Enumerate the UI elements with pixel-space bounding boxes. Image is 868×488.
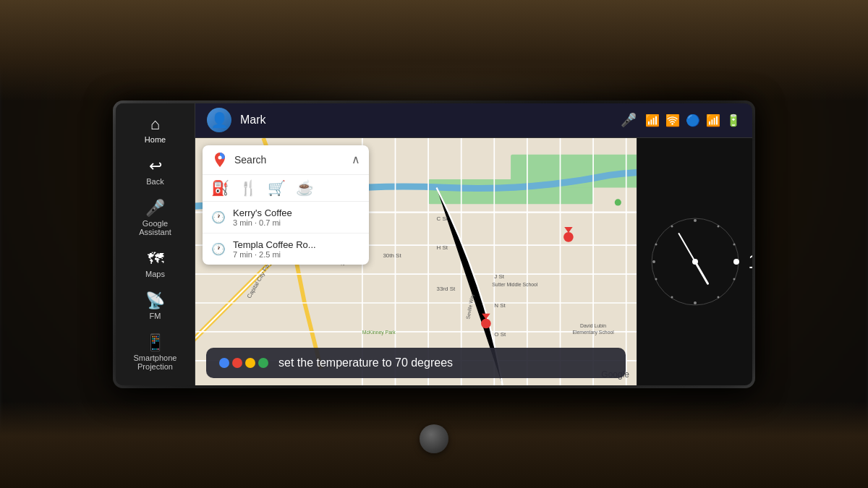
maps-icon: 🗺 [148, 251, 163, 267]
sidebar-item-assistant[interactable]: 🎤 GoogleAssistant [116, 193, 195, 244]
dot-blue [219, 358, 229, 368]
restaurant-category[interactable]: 🍴 [239, 179, 258, 197]
right-panel: 17 [637, 138, 752, 385]
svg-point-52 [717, 296, 719, 298]
search-text: Search [234, 154, 346, 166]
search-bar[interactable]: Search ∧ [203, 145, 369, 175]
signal-icon: 📶 [645, 114, 660, 127]
assistant-dots [219, 358, 268, 368]
svg-point-45 [218, 155, 222, 159]
result-name-1: Kerry's Coffee [233, 207, 360, 218]
svg-point-21 [563, 231, 574, 241]
volume-knob[interactable] [420, 424, 448, 453]
svg-text:H St: H St [437, 244, 448, 250]
sidebar-item-home[interactable]: ⌂ Home [116, 109, 195, 151]
map-clock-row: Capital City Fwy 30th St 33rd St Seville… [195, 138, 752, 385]
google-maps-icon [211, 151, 229, 168]
svg-point-55 [655, 278, 657, 280]
battery-icon: 🔋 [726, 114, 741, 127]
result-clock-icon-2: 🕐 [211, 242, 226, 256]
sidebar-label-projection: SmartphoneProjection [134, 354, 177, 371]
mic-icon: 🎤 [621, 112, 637, 128]
clock-number: 17 [748, 250, 752, 273]
home-icon: ⌂ [150, 116, 160, 132]
search-overlay: Search ∧ ⛽ 🍴 🛒 ☕ 🕐 [203, 145, 369, 265]
svg-point-56 [652, 260, 655, 263]
result-info-1: Kerry's Coffee 3 min · 0.7 mi [233, 207, 360, 227]
display-unit: ⌂ Home ↩ Back 🎤 GoogleAssistant 🗺 Maps 📡… [116, 103, 752, 385]
wifi-icon: 🛜 [665, 114, 680, 127]
header-icons: 🎤 📶 🛜 🔵 📶 🔋 [618, 109, 741, 131]
gas-station-category[interactable]: ⛽ [211, 179, 229, 197]
result-clock-icon-1: 🕐 [211, 210, 226, 224]
user-name: Mark [240, 114, 609, 127]
fm-icon: 📡 [145, 293, 165, 309]
svg-text:30th St: 30th St [383, 252, 401, 259]
sidebar-label-home: Home [145, 135, 166, 144]
result-distance-1: 3 min · 0.7 mi [233, 218, 360, 227]
result-name-2: Templa Coffee Ro... [233, 239, 360, 250]
search-categories: ⛽ 🍴 🛒 ☕ [203, 175, 369, 202]
sidebar-label-back: Back [146, 177, 163, 186]
sidebar-item-projection[interactable]: 📱 SmartphoneProjection [116, 328, 195, 378]
sidebar-label-fm: FM [150, 312, 161, 320]
svg-point-48 [717, 225, 719, 227]
svg-text:N St: N St [494, 301, 506, 308]
assistant-icon: 🎤 [145, 200, 165, 216]
sidebar-item-fm[interactable]: 📡 FM [116, 286, 195, 328]
projection-icon: 📱 [145, 335, 165, 351]
svg-line-60 [695, 262, 708, 283]
svg-point-61 [692, 259, 698, 265]
assistant-text: set the temperature to 70 degrees [278, 356, 453, 369]
dot-red [232, 358, 242, 368]
result-info-2: Templa Coffee Ro... 7 min · 2.5 mi [233, 239, 360, 259]
svg-point-62 [733, 259, 739, 265]
svg-point-54 [671, 296, 673, 298]
shopping-category[interactable]: 🛒 [268, 179, 286, 197]
coffee-category[interactable]: ☕ [296, 179, 314, 197]
user-avatar: 👤 [207, 108, 231, 132]
header-bar: 👤 Mark 🎤 📶 🛜 🔵 📶 🔋 [195, 103, 752, 138]
search-expand-icon[interactable]: ∧ [352, 153, 360, 166]
search-result-2[interactable]: 🕐 Templa Coffee Ro... 7 min · 2.5 mi [203, 234, 369, 265]
svg-point-23 [481, 318, 491, 328]
svg-text:McKinney Park: McKinney Park [362, 330, 396, 335]
svg-point-51 [733, 278, 735, 280]
mic-header-button[interactable]: 🎤 [618, 109, 639, 131]
dot-yellow [245, 358, 255, 368]
sidebar-item-maps[interactable]: 🗺 Maps [116, 244, 195, 286]
back-icon: ↩ [149, 158, 162, 174]
person-icon: 👤 [210, 111, 229, 129]
main-content: 👤 Mark 🎤 📶 🛜 🔵 📶 🔋 [195, 103, 752, 385]
svg-text:C St: C St [437, 215, 448, 222]
sidebar: ⌂ Home ↩ Back 🎤 GoogleAssistant 🗺 Maps 📡… [116, 103, 195, 385]
svg-text:David Lubin: David Lubin [580, 323, 606, 328]
sidebar-item-back[interactable]: ↩ Back [116, 151, 195, 193]
car-bg-top [0, 0, 868, 101]
map-pin-5 [615, 199, 621, 205]
sidebar-label-maps: Maps [145, 270, 165, 278]
svg-text:33rd St: 33rd St [437, 285, 456, 291]
dot-green [258, 358, 268, 368]
map-area: Capital City Fwy 30th St 33rd St Seville… [195, 138, 637, 385]
svg-point-49 [733, 243, 735, 245]
assistant-banner: set the temperature to 70 degrees [206, 348, 626, 378]
svg-point-27 [615, 199, 621, 205]
svg-text:J St: J St [494, 273, 505, 279]
svg-line-59 [678, 234, 695, 262]
result-distance-2: 7 min · 2.5 mi [233, 250, 360, 259]
display-frame: ⌂ Home ↩ Back 🎤 GoogleAssistant 🗺 Maps 📡… [113, 100, 755, 388]
search-results: 🕐 Kerry's Coffee 3 min · 0.7 mi 🕐 Templa… [203, 202, 369, 265]
clock-container: 17 [648, 215, 742, 309]
svg-point-57 [655, 243, 657, 245]
svg-point-58 [671, 225, 673, 227]
search-result-1[interactable]: 🕐 Kerry's Coffee 3 min · 0.7 mi [203, 202, 369, 234]
svg-text:Elementary School: Elementary School [572, 330, 614, 335]
svg-text:Sutter Middle School: Sutter Middle School [492, 282, 537, 287]
svg-text:O St: O St [494, 330, 506, 337]
svg-point-47 [694, 219, 697, 222]
bluetooth-icon: 🔵 [686, 114, 700, 127]
cell-icon: 📶 [706, 114, 720, 127]
settings-area: ⚙ [116, 378, 195, 385]
svg-point-53 [694, 301, 697, 304]
